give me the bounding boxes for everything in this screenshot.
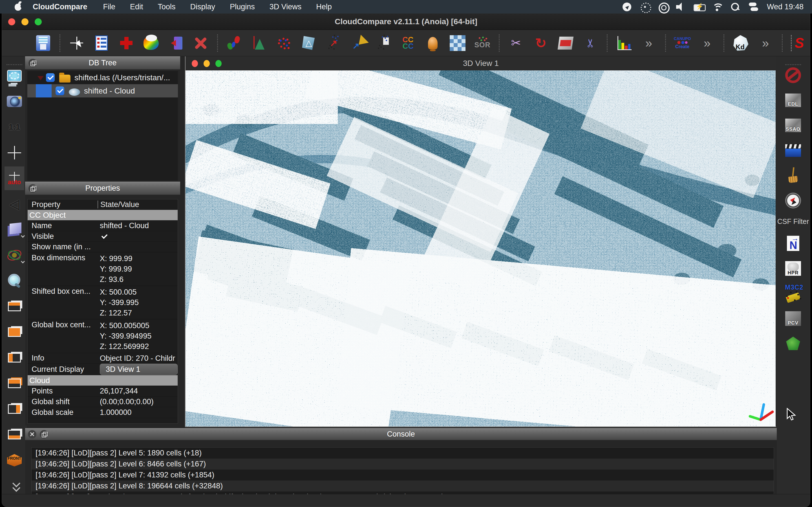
subsample-icon[interactable] — [276, 34, 292, 52]
histogram-icon[interactable] — [616, 34, 632, 52]
canupo-plugin-icon[interactable] — [674, 34, 691, 52]
visibility-checkbox[interactable] — [46, 73, 55, 82]
control-center-icon[interactable] — [746, 1, 761, 13]
pcv-plugin-icon[interactable]: PCV — [783, 311, 803, 327]
volume-icon[interactable] — [674, 1, 689, 13]
cross-section-icon[interactable] — [582, 34, 599, 52]
sor-filter-icon[interactable] — [474, 34, 491, 52]
normals-plugin-icon[interactable] — [783, 235, 803, 251]
properties-list-icon[interactable] — [93, 34, 110, 52]
view-bottom-icon[interactable] — [4, 427, 24, 443]
refresh-display-icon[interactable] — [4, 68, 24, 84]
undock-icon[interactable] — [40, 430, 48, 439]
undock-icon[interactable] — [29, 59, 37, 67]
save-icon[interactable] — [35, 34, 51, 52]
hpr-plugin-icon[interactable]: HPR — [783, 260, 803, 277]
close-console-icon[interactable] — [28, 430, 36, 439]
toolbar-overflow-icon[interactable] — [699, 34, 715, 52]
pick-point-icon[interactable] — [68, 34, 85, 52]
zoom-1-1-icon[interactable] — [4, 119, 24, 135]
tree-item[interactable]: shifted.las (/Users/tristan/... — [28, 71, 178, 84]
menu-item-file[interactable]: File — [96, 0, 123, 13]
menu-item-help[interactable]: Help — [309, 0, 339, 13]
colorize-icon[interactable] — [143, 34, 159, 52]
view-top-icon[interactable] — [4, 298, 24, 315]
property-label: Global scale — [28, 408, 98, 417]
more-views-icon[interactable] — [4, 478, 24, 494]
visibility-checkbox[interactable] — [56, 87, 64, 95]
register-icon[interactable] — [226, 34, 243, 52]
mesh-icon[interactable] — [301, 34, 317, 52]
notification-icon[interactable] — [424, 34, 441, 52]
menu-app-name[interactable]: CloudCompare — [28, 0, 96, 13]
delete-icon[interactable] — [193, 34, 209, 52]
clean-plugin-icon[interactable] — [783, 167, 803, 184]
screenshot-icon — [7, 96, 22, 107]
zoom-fit-icon[interactable] — [4, 273, 24, 289]
db-tree-titlebar[interactable]: DB Tree — [25, 56, 180, 70]
console-titlebar[interactable]: Console — [25, 428, 777, 441]
ssao-checker-icon[interactable] — [449, 34, 466, 52]
screenshot-icon[interactable] — [4, 93, 24, 110]
compass-plugin-icon[interactable] — [783, 192, 803, 209]
clone-icon[interactable] — [118, 34, 135, 52]
edl-shader-icon[interactable]: EDL — [783, 92, 803, 108]
clipping-box-icon[interactable] — [557, 34, 574, 52]
properties-row: Shifted box cen...X: 500.005 Y: -399.995… — [28, 286, 177, 320]
wifi-icon[interactable] — [710, 1, 725, 13]
compute-normals-icon[interactable] — [251, 34, 267, 52]
open-file-icon[interactable] — [10, 34, 27, 52]
pick-rotation-center-icon[interactable] — [4, 145, 24, 161]
resample-icon[interactable] — [168, 34, 184, 52]
toolbar-overflow-icon[interactable] — [757, 34, 774, 52]
tree-expander-icon[interactable] — [38, 76, 44, 83]
previous-view-icon[interactable] — [4, 196, 24, 212]
facets-plugin-icon[interactable] — [783, 335, 803, 352]
cloud-cloud-distance-icon[interactable] — [325, 34, 342, 52]
fan-icon[interactable] — [638, 1, 652, 13]
current-display-dropdown[interactable]: 3D View 1 — [100, 363, 177, 375]
property-value: X: 500.005 Y: -399.995 Z: 122.57 — [98, 287, 177, 318]
view-back-icon[interactable] — [4, 375, 24, 392]
kd-tree-plugin-icon[interactable] — [732, 34, 749, 52]
m3c2-plugin-icon[interactable]: M3C2 — [783, 285, 803, 302]
battery-icon[interactable] — [692, 1, 707, 13]
menu-item-edit[interactable]: Edit — [123, 0, 151, 13]
toolbar-overflow-icon[interactable] — [641, 34, 657, 52]
view-front-icon[interactable] — [4, 324, 24, 340]
view-iso-front-icon[interactable] — [4, 452, 24, 468]
point-cloud-render — [186, 70, 776, 427]
disc-icon[interactable] — [656, 1, 670, 13]
toolbar-separator — [723, 34, 724, 52]
ssao-shader-icon[interactable]: SSAO — [783, 117, 803, 133]
view-left-icon[interactable] — [4, 349, 24, 366]
zoom-fit-icon — [6, 273, 22, 289]
tree-item[interactable]: shifted - Cloud — [28, 84, 178, 98]
undock-icon[interactable] — [29, 184, 37, 193]
rotate-icon[interactable] — [532, 34, 549, 52]
animation-plugin-icon[interactable] — [783, 142, 803, 159]
cloud-mesh-distance-icon[interactable] — [350, 34, 366, 52]
properties-titlebar[interactable]: Properties — [25, 182, 180, 195]
cloudcompare-icon[interactable] — [400, 34, 416, 52]
3d-view-titlebar[interactable]: 3D View 1 — [186, 56, 776, 70]
auto-pick-center-icon[interactable] — [4, 166, 24, 190]
menu-item-tools[interactable]: Tools — [151, 0, 183, 13]
statistical-test-icon[interactable] — [375, 34, 391, 52]
view-cube-icon[interactable] — [4, 221, 24, 238]
apple-menu-icon[interactable] — [11, 0, 28, 13]
bubble-view-icon[interactable] — [4, 247, 24, 263]
view-right-icon[interactable] — [4, 401, 24, 417]
disable-glfilter-icon[interactable] — [783, 67, 803, 83]
window-titlebar[interactable]: CloudCompare v2.11.1 (Anoia) [64-bit] — [2, 13, 810, 30]
segment-scissors-icon[interactable] — [508, 34, 524, 52]
menu-clock[interactable]: Wed 19:48 — [765, 3, 804, 11]
location-icon[interactable] — [620, 1, 635, 13]
menu-item-3d-views[interactable]: 3D Views — [262, 0, 309, 13]
menu-item-plugins[interactable]: Plugins — [222, 0, 262, 13]
menu-item-display[interactable]: Display — [183, 0, 223, 13]
property-label: Global box cent... — [28, 321, 98, 329]
point-cloud-viewport[interactable] — [186, 70, 776, 427]
search-icon[interactable] — [728, 1, 743, 13]
spline-plugin-icon[interactable] — [791, 34, 807, 52]
